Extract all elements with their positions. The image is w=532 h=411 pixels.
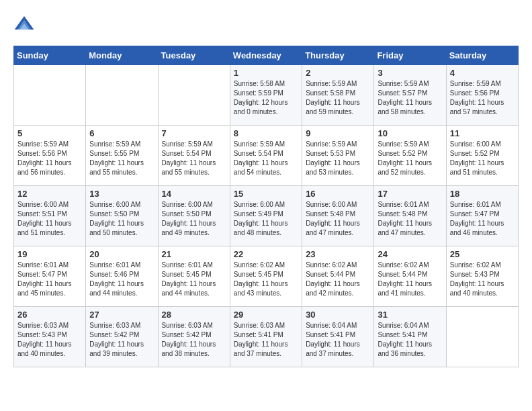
header-sunday: Sunday <box>14 46 86 65</box>
day-number: 14 <box>162 189 226 199</box>
day-info: Sunrise: 6:04 AMSunset: 5:41 PMDaylight:… <box>306 321 370 359</box>
calendar-cell: 14Sunrise: 6:00 AMSunset: 5:50 PMDayligh… <box>158 186 230 246</box>
day-info: Sunrise: 6:00 AMSunset: 5:49 PMDaylight:… <box>234 200 298 238</box>
calendar-cell: 11Sunrise: 6:00 AMSunset: 5:52 PMDayligh… <box>446 126 518 186</box>
day-number: 15 <box>234 189 298 199</box>
logo <box>13 13 39 35</box>
header-wednesday: Wednesday <box>230 46 302 65</box>
day-number: 22 <box>234 249 298 259</box>
week-row-2: 5Sunrise: 5:59 AMSunset: 5:56 PMDaylight… <box>14 126 519 186</box>
day-number: 26 <box>17 310 82 320</box>
day-number: 17 <box>378 189 442 199</box>
calendar-cell: 18Sunrise: 6:01 AMSunset: 5:47 PMDayligh… <box>446 186 518 246</box>
calendar-header-row: SundayMondayTuesdayWednesdayThursdayFrid… <box>14 46 519 65</box>
day-info: Sunrise: 6:00 AMSunset: 5:50 PMDaylight:… <box>89 200 154 238</box>
day-number: 12 <box>17 189 82 199</box>
day-info: Sunrise: 6:02 AMSunset: 5:44 PMDaylight:… <box>378 261 442 298</box>
day-number: 31 <box>378 310 442 320</box>
calendar-cell: 9Sunrise: 5:59 AMSunset: 5:53 PMDaylight… <box>302 126 374 186</box>
calendar-cell: 4Sunrise: 5:59 AMSunset: 5:56 PMDaylight… <box>446 65 518 126</box>
day-info: Sunrise: 5:59 AMSunset: 5:58 PMDaylight:… <box>306 79 370 117</box>
calendar-cell: 2Sunrise: 5:59 AMSunset: 5:58 PMDaylight… <box>302 65 374 126</box>
calendar-cell: 26Sunrise: 6:03 AMSunset: 5:43 PMDayligh… <box>14 307 86 367</box>
calendar-cell: 29Sunrise: 6:03 AMSunset: 5:41 PMDayligh… <box>230 307 302 367</box>
calendar-cell: 20Sunrise: 6:01 AMSunset: 5:46 PMDayligh… <box>86 246 158 307</box>
day-number: 30 <box>306 310 370 320</box>
calendar-cell: 31Sunrise: 6:04 AMSunset: 5:41 PMDayligh… <box>374 307 446 367</box>
day-number: 1 <box>234 68 298 78</box>
calendar-table: SundayMondayTuesdayWednesdayThursdayFrid… <box>13 46 519 367</box>
week-row-3: 12Sunrise: 6:00 AMSunset: 5:51 PMDayligh… <box>14 186 519 246</box>
day-number: 16 <box>306 189 370 199</box>
day-info: Sunrise: 5:59 AMSunset: 5:57 PMDaylight:… <box>378 79 442 117</box>
week-row-1: 1Sunrise: 5:58 AMSunset: 5:59 PMDaylight… <box>14 65 519 126</box>
week-row-4: 19Sunrise: 6:01 AMSunset: 5:47 PMDayligh… <box>14 246 519 307</box>
calendar-cell: 24Sunrise: 6:02 AMSunset: 5:44 PMDayligh… <box>374 246 446 307</box>
calendar-cell: 1Sunrise: 5:58 AMSunset: 5:59 PMDaylight… <box>230 65 302 126</box>
day-info: Sunrise: 5:59 AMSunset: 5:55 PMDaylight:… <box>89 140 154 177</box>
day-info: Sunrise: 6:01 AMSunset: 5:46 PMDaylight:… <box>89 261 154 298</box>
day-number: 9 <box>306 128 370 138</box>
calendar-cell: 15Sunrise: 6:00 AMSunset: 5:49 PMDayligh… <box>230 186 302 246</box>
day-number: 7 <box>162 128 226 138</box>
day-info: Sunrise: 5:58 AMSunset: 5:59 PMDaylight:… <box>234 79 298 117</box>
day-info: Sunrise: 6:01 AMSunset: 5:48 PMDaylight:… <box>378 200 442 238</box>
day-number: 23 <box>306 249 370 259</box>
calendar-cell <box>14 65 86 126</box>
calendar-cell: 23Sunrise: 6:02 AMSunset: 5:44 PMDayligh… <box>302 246 374 307</box>
day-number: 5 <box>17 128 82 138</box>
day-info: Sunrise: 6:01 AMSunset: 5:47 PMDaylight:… <box>17 261 82 298</box>
day-info: Sunrise: 6:00 AMSunset: 5:51 PMDaylight:… <box>17 200 82 238</box>
calendar-cell: 28Sunrise: 6:03 AMSunset: 5:42 PMDayligh… <box>158 307 230 367</box>
calendar-cell: 30Sunrise: 6:04 AMSunset: 5:41 PMDayligh… <box>302 307 374 367</box>
calendar-cell: 7Sunrise: 5:59 AMSunset: 5:54 PMDaylight… <box>158 126 230 186</box>
calendar-cell: 8Sunrise: 5:59 AMSunset: 5:54 PMDaylight… <box>230 126 302 186</box>
week-row-5: 26Sunrise: 6:03 AMSunset: 5:43 PMDayligh… <box>14 307 519 367</box>
day-number: 29 <box>234 310 298 320</box>
calendar-cell: 6Sunrise: 5:59 AMSunset: 5:55 PMDaylight… <box>86 126 158 186</box>
calendar-cell: 3Sunrise: 5:59 AMSunset: 5:57 PMDaylight… <box>374 65 446 126</box>
day-info: Sunrise: 6:00 AMSunset: 5:52 PMDaylight:… <box>450 140 515 177</box>
day-number: 3 <box>378 68 442 78</box>
day-number: 24 <box>378 249 442 259</box>
day-info: Sunrise: 6:03 AMSunset: 5:42 PMDaylight:… <box>162 321 226 359</box>
calendar-cell: 13Sunrise: 6:00 AMSunset: 5:50 PMDayligh… <box>86 186 158 246</box>
day-info: Sunrise: 6:03 AMSunset: 5:43 PMDaylight:… <box>17 321 82 359</box>
day-info: Sunrise: 6:00 AMSunset: 5:48 PMDaylight:… <box>306 200 370 238</box>
day-info: Sunrise: 6:01 AMSunset: 5:45 PMDaylight:… <box>162 261 226 298</box>
day-info: Sunrise: 5:59 AMSunset: 5:56 PMDaylight:… <box>450 79 515 117</box>
header-thursday: Thursday <box>302 46 374 65</box>
day-info: Sunrise: 6:01 AMSunset: 5:47 PMDaylight:… <box>450 200 515 238</box>
calendar-cell: 17Sunrise: 6:01 AMSunset: 5:48 PMDayligh… <box>374 186 446 246</box>
day-number: 27 <box>89 310 154 320</box>
day-number: 10 <box>378 128 442 138</box>
day-number: 2 <box>306 68 370 78</box>
day-info: Sunrise: 5:59 AMSunset: 5:53 PMDaylight:… <box>306 140 370 177</box>
day-info: Sunrise: 5:59 AMSunset: 5:54 PMDaylight:… <box>162 140 226 177</box>
calendar-cell: 5Sunrise: 5:59 AMSunset: 5:56 PMDaylight… <box>14 126 86 186</box>
calendar-cell: 22Sunrise: 6:02 AMSunset: 5:45 PMDayligh… <box>230 246 302 307</box>
day-info: Sunrise: 6:03 AMSunset: 5:42 PMDaylight:… <box>89 321 154 359</box>
calendar-cell: 25Sunrise: 6:02 AMSunset: 5:43 PMDayligh… <box>446 246 518 307</box>
header-saturday: Saturday <box>446 46 518 65</box>
day-number: 13 <box>89 189 154 199</box>
calendar-cell <box>158 65 230 126</box>
calendar-cell: 19Sunrise: 6:01 AMSunset: 5:47 PMDayligh… <box>14 246 86 307</box>
calendar-cell <box>86 65 158 126</box>
day-info: Sunrise: 5:59 AMSunset: 5:56 PMDaylight:… <box>17 140 82 177</box>
day-number: 21 <box>162 249 226 259</box>
day-number: 19 <box>17 249 82 259</box>
calendar-cell <box>446 307 518 367</box>
logo-icon <box>13 13 35 35</box>
calendar-cell: 21Sunrise: 6:01 AMSunset: 5:45 PMDayligh… <box>158 246 230 307</box>
calendar-cell: 16Sunrise: 6:00 AMSunset: 5:48 PMDayligh… <box>302 186 374 246</box>
header-friday: Friday <box>374 46 446 65</box>
day-info: Sunrise: 5:59 AMSunset: 5:54 PMDaylight:… <box>234 140 298 177</box>
day-number: 4 <box>450 68 515 78</box>
day-number: 11 <box>450 128 515 138</box>
day-info: Sunrise: 6:02 AMSunset: 5:45 PMDaylight:… <box>234 261 298 298</box>
header-tuesday: Tuesday <box>158 46 230 65</box>
day-number: 28 <box>162 310 226 320</box>
day-info: Sunrise: 6:02 AMSunset: 5:44 PMDaylight:… <box>306 261 370 298</box>
day-number: 8 <box>234 128 298 138</box>
